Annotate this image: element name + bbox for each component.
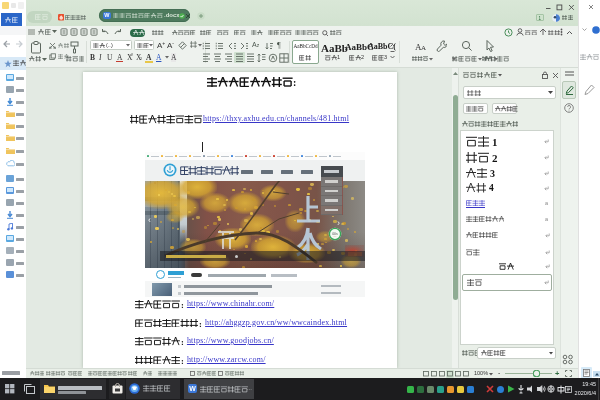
- svg-text:A: A: [421, 44, 426, 52]
